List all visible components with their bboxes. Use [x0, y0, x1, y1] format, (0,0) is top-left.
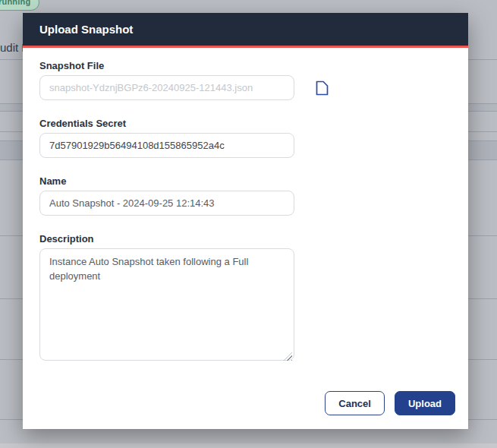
snapshot-file-input[interactable]: [39, 75, 294, 100]
snapshot-file-row: [39, 75, 455, 100]
name-field: Name: [39, 175, 455, 216]
modal-header: Upload Snapshot: [23, 13, 468, 46]
description-field: Description Instance Auto Snapshot taken…: [39, 233, 455, 364]
modal-title: Upload Snapshot: [39, 23, 133, 36]
page-footer-strip: [0, 443, 497, 448]
credentials-secret-field: Credentials Secret: [39, 118, 455, 158]
description-label: Description: [39, 233, 455, 245]
modal-body: Snapshot File Credentials Secret Name: [23, 48, 468, 429]
modal-footer: Cancel Upload: [39, 383, 455, 415]
credentials-secret-label: Credentials Secret: [39, 118, 455, 129]
snapshot-file-field: Snapshot File: [39, 60, 455, 100]
upload-snapshot-modal: Upload Snapshot Snapshot File Credential…: [23, 13, 468, 429]
name-label: Name: [39, 175, 455, 187]
choose-file-button[interactable]: [313, 79, 330, 97]
file-icon: [315, 80, 329, 96]
snapshot-file-label: Snapshot File: [39, 60, 455, 71]
credentials-secret-input[interactable]: [39, 133, 294, 158]
cancel-button[interactable]: Cancel: [325, 391, 385, 415]
status-badge: running: [0, 0, 39, 11]
description-textarea-wrap: Instance Auto Snapshot taken following a…: [39, 248, 294, 364]
name-input[interactable]: [39, 191, 294, 216]
upload-button[interactable]: Upload: [395, 391, 455, 415]
description-textarea[interactable]: Instance Auto Snapshot taken following a…: [39, 248, 294, 361]
